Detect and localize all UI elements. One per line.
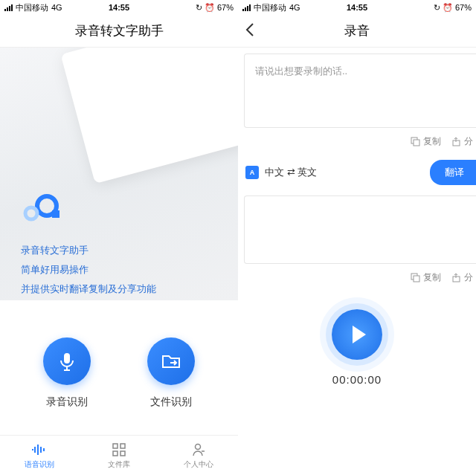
status-bar: 中国移动 4G 14:55 ↻ ⏰ 67% [238, 0, 476, 15]
translation-output [244, 196, 476, 264]
person-icon [192, 442, 205, 458]
share-translation-button[interactable]: 分 [451, 271, 473, 284]
play-icon [353, 326, 366, 343]
signal-icon [242, 4, 251, 11]
tab-file-library[interactable]: 文件库 [80, 436, 159, 475]
play-record-button[interactable] [332, 309, 382, 360]
share-icon [451, 273, 461, 282]
back-button[interactable] [245, 22, 254, 40]
microphone-icon [56, 350, 78, 372]
hero-banner: 录音转文字助手 简单好用易操作 并提供实时翻译复制及分享功能 [0, 48, 238, 300]
page-title: 录音 [344, 22, 370, 39]
translate-icon: A [245, 166, 259, 179]
nav-bar: 录音转文字助手 [0, 15, 238, 48]
svg-rect-7 [120, 451, 125, 456]
tab-personal-center[interactable]: 个人中心 [158, 436, 238, 475]
svg-rect-14 [414, 276, 419, 282]
page-title: 录音转文字助手 [75, 22, 164, 39]
battery-label: 67% [217, 3, 234, 12]
svg-rect-11 [414, 140, 419, 146]
loop-icon: ↻ [196, 3, 202, 13]
carrier-label: 中国移动 [254, 2, 286, 13]
carrier-label: 中国移动 [16, 2, 48, 13]
svg-rect-1 [52, 210, 60, 218]
svg-point-8 [195, 444, 200, 449]
svg-rect-4 [113, 444, 118, 448]
copy-translation-button[interactable]: 复制 [411, 271, 441, 284]
svg-rect-5 [120, 444, 125, 448]
tab-voice-recognition[interactable]: 语音识别 [0, 436, 80, 475]
file-recognition-label: 文件识别 [150, 395, 192, 409]
recording-text-input[interactable]: 请说出想要录制的话.. [244, 54, 476, 128]
svg-point-2 [25, 207, 37, 219]
loop-icon: ↻ [434, 3, 440, 13]
share-button[interactable]: 分 [451, 135, 473, 148]
svg-rect-3 [64, 353, 70, 363]
recording-timer: 00:00:00 [238, 373, 476, 386]
grid-icon [112, 442, 126, 458]
translate-button[interactable]: 翻译 [430, 160, 476, 185]
alarm-icon: ⏰ [443, 3, 453, 13]
copy-button[interactable]: 复制 [411, 135, 441, 148]
status-time: 14:55 [347, 3, 367, 12]
soundwave-icon [30, 442, 48, 458]
tab-bar: 语音识别 文件库 个人中心 [0, 435, 238, 475]
network-label: 4G [289, 3, 300, 12]
file-recognition-button[interactable]: 文件识别 [147, 337, 195, 409]
copy-icon [411, 137, 420, 146]
status-bar: 中国移动 4G 14:55 ↻ ⏰ 67% [0, 0, 238, 15]
recording-placeholder: 请说出想要录制的话.. [255, 65, 347, 77]
folder-icon [160, 350, 182, 372]
copy-icon [411, 273, 420, 282]
signal-icon [4, 4, 13, 11]
network-label: 4G [51, 3, 62, 12]
share-icon [451, 137, 461, 146]
status-time: 14:55 [109, 3, 129, 12]
record-recognition-button[interactable]: 录音识别 [43, 337, 91, 409]
nav-bar: 录音 [238, 15, 476, 48]
battery-label: 67% [455, 3, 472, 12]
svg-rect-6 [113, 451, 118, 456]
alarm-icon: ⏰ [205, 3, 215, 13]
keyboard-decorative-image [60, 48, 238, 184]
hero-line-3: 并提供实时翻译复制及分享功能 [21, 279, 156, 299]
app-logo [21, 193, 65, 225]
record-recognition-label: 录音识别 [46, 395, 88, 409]
hero-line-2: 简单好用易操作 [21, 260, 156, 279]
language-pair-selector[interactable]: 中文 ⇄ 英文 [265, 166, 424, 179]
hero-line-1: 录音转文字助手 [21, 241, 156, 260]
